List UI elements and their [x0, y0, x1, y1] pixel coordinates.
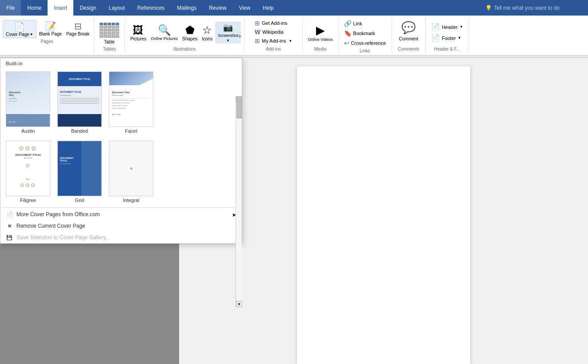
- media-group-label: Media: [314, 46, 326, 51]
- scroll-thumb[interactable]: [236, 96, 242, 119]
- blank-page-button[interactable]: 📝 Blank Page: [37, 20, 64, 37]
- my-addins-button[interactable]: ⊞ My Add-ins ▼: [253, 37, 294, 45]
- footer-button[interactable]: 📄 Footer ▼: [429, 33, 465, 43]
- addins-list: ⊞ Get Add-ins W Wikipedia ⊞ My Add-ins ▼: [253, 19, 294, 46]
- bookmark-button[interactable]: 🔖 Bookmark: [342, 29, 388, 38]
- filigree-label: Filigree: [20, 198, 36, 203]
- wikipedia-label: Wikipedia: [262, 29, 284, 35]
- ribbon-tabs: File Home Insert Design Layout Reference…: [0, 0, 588, 16]
- link-label: Link: [353, 21, 362, 26]
- bookmark-label: Bookmark: [353, 31, 376, 36]
- page-break-button[interactable]: ⊟ Page Break: [64, 20, 91, 37]
- more-cover-pages-icon: 📄: [6, 211, 13, 218]
- tab-layout[interactable]: Layout: [103, 0, 131, 16]
- search-input[interactable]: [494, 5, 583, 11]
- tab-home[interactable]: Home: [21, 0, 48, 16]
- tab-references[interactable]: References: [131, 0, 171, 16]
- pictures-button[interactable]: 🖼 Pictures: [128, 23, 148, 42]
- header-button[interactable]: 📄 Header ▼: [429, 22, 465, 32]
- save-selection-icon: 💾: [6, 234, 13, 241]
- filigree-thumb: ✿✿✿ [DOCUMENT TITLE] [Document] ✿ Author…: [6, 141, 50, 196]
- ribbon-tabs-bar: File Home Insert Design Layout Reference…: [0, 0, 588, 16]
- austin-thumb: [Documenttitle] Lorem ipsum dolor sit am…: [6, 71, 50, 127]
- cover-page-dropdown: ▲ ▼ Built-in [Documenttitle] Lorem ipsum…: [0, 58, 242, 244]
- remove-cover-page-button[interactable]: ✖ Remove Current Cover Page: [0, 220, 242, 232]
- cover-page-button[interactable]: 📄 Cover Page ▼: [3, 20, 36, 38]
- online-pictures-button[interactable]: 🔍 Online Pictures: [149, 23, 180, 42]
- comment-label: Comment: [399, 36, 418, 41]
- cover-austin[interactable]: [Documenttitle] Lorem ipsum dolor sit am…: [4, 70, 52, 135]
- bookmark-icon: 🔖: [344, 30, 352, 37]
- blank-page-label: Blank Page: [39, 32, 62, 36]
- cross-reference-label: Cross-reference: [351, 40, 386, 46]
- table-button[interactable]: Table: [98, 19, 121, 46]
- media-group: ▶ Online Videos Media: [303, 17, 339, 53]
- screenshot-button[interactable]: 📷 Screenshot + ▼: [215, 22, 241, 44]
- ribbon-bar: 📄 Cover Page ▼ 📝 Blank Page ⊟ Page Break…: [0, 16, 588, 55]
- grid-thumb: [DOCUMENT TITLE] Document subtitle: [57, 141, 102, 196]
- cross-reference-icon: ↩: [344, 40, 349, 47]
- wikipedia-icon: W: [255, 28, 260, 36]
- page-break-label: Page Break: [66, 32, 89, 36]
- tables-group-label: Tables: [103, 46, 116, 51]
- cover-banded[interactable]: [DOCUMENT TITLE] [DOCUMENT TITLE] Lorem …: [56, 70, 104, 135]
- integral-thumb: [109, 141, 153, 196]
- tab-insert[interactable]: Insert: [48, 0, 73, 16]
- link-icon: 🔗: [344, 20, 352, 27]
- document-page: [297, 67, 470, 364]
- scroll-arrow-down[interactable]: ▼: [236, 301, 242, 307]
- online-videos-button[interactable]: ▶ Online Videos: [306, 19, 335, 46]
- tab-review[interactable]: Review: [203, 0, 232, 16]
- more-cover-pages-label: More Cover Pages from Office.com: [16, 211, 100, 218]
- dropdown-divider-1: [0, 207, 242, 208]
- pictures-icon: 🖼: [133, 24, 144, 36]
- footer-arrow-icon: ▼: [458, 36, 461, 40]
- header-footer-group: 📄 Header ▼ 📄 Footer ▼ Header & F...: [426, 17, 469, 53]
- lightbulb-icon: 💡: [485, 5, 492, 11]
- tab-mailings[interactable]: Mailings: [171, 0, 203, 16]
- cover-integral[interactable]: Integral: [107, 139, 155, 205]
- links-list: 🔗 Link 🔖 Bookmark ↩ Cross-reference: [342, 19, 388, 47]
- cover-page-label: Cover Page: [6, 32, 29, 37]
- online-pictures-icon: 🔍: [158, 24, 171, 36]
- pages-group-label: Pages: [3, 38, 91, 44]
- ribbon-search[interactable]: 💡: [480, 0, 588, 16]
- screenshot-icon: 📷: [223, 23, 233, 32]
- cover-grid[interactable]: [DOCUMENT TITLE] Document subtitle Grid: [56, 139, 104, 205]
- austin-label: Austin: [21, 128, 35, 134]
- cross-reference-button[interactable]: ↩ Cross-reference: [342, 39, 388, 47]
- blank-page-icon: 📝: [45, 21, 56, 32]
- more-cover-pages-button[interactable]: 📄 More Cover Pages from Office.com ▶: [0, 209, 242, 220]
- cover-thumbnails-row1: [Documenttitle] Lorem ipsum dolor sit am…: [0, 68, 242, 137]
- icons-button[interactable]: ☆ Icons: [200, 23, 214, 42]
- cover-filigree[interactable]: ✿✿✿ [DOCUMENT TITLE] [Document] ✿ Author…: [4, 139, 52, 205]
- table-grid-icon: [100, 23, 119, 38]
- screenshot-label: Screenshot: [218, 33, 238, 38]
- wikipedia-button[interactable]: W Wikipedia: [253, 28, 294, 36]
- cover-page-arrow-icon: ▼: [30, 32, 33, 36]
- my-addins-label: My Add-ins: [262, 38, 286, 44]
- grid-label: Grid: [75, 198, 84, 203]
- comments-group-label: Comments: [398, 46, 419, 51]
- integral-label: Integral: [123, 198, 140, 203]
- illustrations-group: 🖼 Pictures 🔍 Online Pictures ⬟ Shapes ☆ …: [125, 17, 245, 53]
- get-addins-icon: ⊞: [255, 20, 260, 27]
- dropdown-scrollbar[interactable]: ▲ ▼: [236, 96, 242, 307]
- shapes-button[interactable]: ⬟ Shapes: [180, 23, 199, 42]
- link-button[interactable]: 🔗 Link: [342, 19, 388, 28]
- icons-icon: ☆: [202, 24, 212, 36]
- my-addins-icon: ⊞: [255, 37, 260, 44]
- tab-help[interactable]: Help: [256, 0, 280, 16]
- get-addins-button[interactable]: ⊞ Get Add-ins: [253, 19, 294, 27]
- cover-thumbnails-row2: ✿✿✿ [DOCUMENT TITLE] [Document] ✿ Author…: [0, 137, 242, 206]
- remove-cover-page-icon: ✖: [6, 222, 13, 229]
- get-addins-label: Get Add-ins: [262, 20, 287, 26]
- banded-label: Banded: [71, 128, 88, 134]
- tab-view[interactable]: View: [233, 0, 257, 16]
- tab-design[interactable]: Design: [73, 0, 102, 16]
- cover-facet[interactable]: [Document Title] [Document subtitle] Lor…: [107, 70, 155, 135]
- tab-file[interactable]: File: [0, 0, 21, 16]
- online-videos-label: Online Videos: [308, 37, 333, 42]
- comments-group: 💬 Comment Comments: [392, 17, 426, 53]
- comment-button[interactable]: 💬 Comment: [396, 19, 422, 46]
